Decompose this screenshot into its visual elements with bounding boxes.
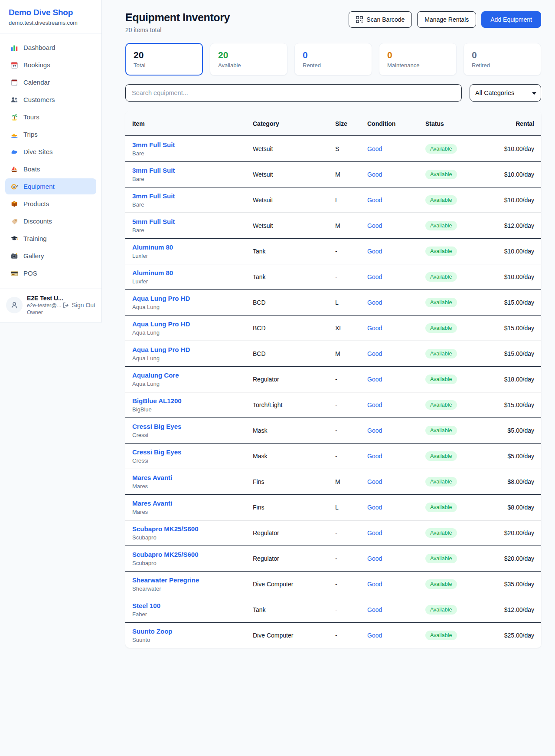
item-name-link[interactable]: 3mm Full Suit	[132, 167, 253, 174]
stat-card-rented[interactable]: 0Rented	[294, 43, 372, 76]
item-name-link[interactable]: Mares Avanti	[132, 474, 253, 481]
stat-card-available[interactable]: 20Available	[210, 43, 287, 76]
item-name-link[interactable]: Aqua Lung Pro HD	[132, 346, 253, 353]
sidebar-item-training[interactable]: Training	[5, 230, 96, 247]
cell-rental: $8.00/day	[490, 495, 541, 520]
table-row: Mares AvantiMaresFinsLGoodAvailable$8.00…	[125, 495, 541, 520]
status-badge: Available	[425, 605, 457, 615]
cell-condition: Good	[367, 213, 425, 239]
scan-barcode-button[interactable]: Scan Barcode	[349, 11, 412, 28]
condition-link[interactable]: Good	[367, 453, 382, 460]
sidebar-item-dive-sites[interactable]: Dive Sites	[5, 144, 96, 160]
condition-link[interactable]: Good	[367, 222, 382, 229]
sidebar-item-boats[interactable]: Boats	[5, 161, 96, 177]
cell-status: Available	[425, 367, 490, 392]
condition-link[interactable]: Good	[367, 581, 382, 588]
category-select[interactable]: All Categories	[470, 84, 541, 102]
condition-link[interactable]: Good	[367, 145, 382, 152]
bar-chart-icon	[10, 43, 18, 52]
condition-link[interactable]: Good	[367, 478, 382, 485]
status-badge: Available	[425, 375, 457, 384]
search-input[interactable]	[125, 84, 462, 102]
cell-category: Wetsuit	[253, 213, 335, 239]
sidebar-item-gallery[interactable]: Gallery	[5, 248, 96, 264]
item-brand: Bare	[132, 150, 253, 157]
item-name-link[interactable]: 5mm Full Suit	[132, 218, 253, 225]
item-name-link[interactable]: Aluminum 80	[132, 243, 253, 251]
item-name-link[interactable]: Mares Avanti	[132, 500, 253, 507]
cell-category: Dive Computer	[253, 572, 335, 597]
cell-size: L	[335, 290, 367, 316]
condition-link[interactable]: Good	[367, 606, 382, 613]
stat-card-maintenance[interactable]: 0Maintenance	[379, 43, 457, 76]
cell-rental: $10.00/day	[490, 264, 541, 290]
condition-link[interactable]: Good	[367, 299, 382, 306]
table-row: Scubapro MK25/S600ScubaproRegulator-Good…	[125, 546, 541, 572]
cell-item: Scubapro MK25/S600Scubapro	[125, 520, 253, 546]
item-brand: Mares	[132, 483, 253, 490]
sidebar-item-label: Trips	[23, 131, 38, 138]
table-row: 3mm Full SuitBareWetsuitLGoodAvailable$1…	[125, 187, 541, 213]
sign-out-button[interactable]: Sign Out	[62, 302, 95, 309]
item-name-link[interactable]: BigBlue AL1200	[132, 397, 253, 404]
item-name-link[interactable]: Aluminum 80	[132, 269, 253, 276]
item-name-link[interactable]: Aqualung Core	[132, 371, 253, 379]
cell-size: M	[335, 162, 367, 187]
table-row: Aluminum 80LuxferTank-GoodAvailable$10.0…	[125, 264, 541, 290]
cell-item: Aqualung CoreAqua Lung	[125, 367, 253, 392]
page-title-block: Equipment Inventory 20 items total	[125, 11, 230, 33]
stat-card-total[interactable]: 20Total	[125, 43, 203, 76]
condition-link[interactable]: Good	[367, 171, 382, 178]
condition-link[interactable]: Good	[367, 248, 382, 255]
condition-link[interactable]: Good	[367, 325, 382, 332]
item-name-link[interactable]: Aqua Lung Pro HD	[132, 295, 253, 302]
sidebar-item-tours[interactable]: Tours	[5, 109, 96, 125]
sidebar-item-pos[interactable]: POS	[5, 265, 96, 281]
item-name-link[interactable]: 3mm Full Suit	[132, 141, 253, 148]
cell-category: Wetsuit	[253, 136, 335, 162]
condition-link[interactable]: Good	[367, 197, 382, 204]
stat-card-retired[interactable]: 0Retired	[464, 43, 541, 76]
item-name-link[interactable]: Aqua Lung Pro HD	[132, 320, 253, 328]
condition-link[interactable]: Good	[367, 350, 382, 357]
item-name-link[interactable]: Scubapro MK25/S600	[132, 551, 253, 558]
item-name-link[interactable]: Suunto Zoop	[132, 628, 253, 635]
item-name-link[interactable]: Shearwater Peregrine	[132, 576, 253, 584]
condition-link[interactable]: Good	[367, 273, 382, 280]
cell-category: Fins	[253, 495, 335, 520]
sidebar-item-bookings[interactable]: 17Bookings	[5, 57, 96, 73]
sidebar-item-trips[interactable]: Trips	[5, 126, 96, 142]
condition-link[interactable]: Good	[367, 632, 382, 639]
condition-link[interactable]: Good	[367, 555, 382, 562]
item-brand: Suunto	[132, 637, 253, 643]
condition-link[interactable]: Good	[367, 427, 382, 434]
sidebar-item-dashboard[interactable]: Dashboard	[5, 39, 96, 56]
item-name-link[interactable]: Steel 100	[132, 602, 253, 609]
items-total-text: 20 items total	[125, 26, 230, 33]
item-brand: Mares	[132, 509, 253, 515]
manage-rentals-button[interactable]: Manage Rentals	[417, 11, 476, 28]
condition-link[interactable]: Good	[367, 401, 382, 408]
item-name-link[interactable]: 3mm Full Suit	[132, 192, 253, 200]
sidebar-item-products[interactable]: Products	[5, 196, 96, 212]
item-name-link[interactable]: Cressi Big Eyes	[132, 423, 253, 430]
add-equipment-button[interactable]: Add Equipment	[481, 11, 541, 28]
condition-link[interactable]: Good	[367, 529, 382, 536]
cell-status: Available	[425, 264, 490, 290]
graduation-cap-icon	[10, 234, 18, 243]
item-name-link[interactable]: Cressi Big Eyes	[132, 448, 253, 456]
cell-category: Torch/Light	[253, 392, 335, 418]
item-brand: Luxfer	[132, 253, 253, 259]
sidebar-item-equipment[interactable]: Equipment	[5, 178, 96, 194]
condition-link[interactable]: Good	[367, 376, 382, 383]
cell-status: Available	[425, 239, 490, 264]
sidebar: Demo Dive Shop demo.test.divestreams.com…	[0, 0, 102, 322]
sidebar-item-calendar[interactable]: Calendar	[5, 74, 96, 90]
item-name-link[interactable]: Scubapro MK25/S600	[132, 525, 253, 532]
sidebar-item-discounts[interactable]: Discounts	[5, 213, 96, 229]
sidebar-item-label: Products	[23, 200, 49, 207]
condition-link[interactable]: Good	[367, 504, 382, 511]
sidebar-item-customers[interactable]: Customers	[5, 92, 96, 108]
filters-row: All Categories	[125, 84, 541, 102]
credit-card-icon	[10, 269, 18, 277]
